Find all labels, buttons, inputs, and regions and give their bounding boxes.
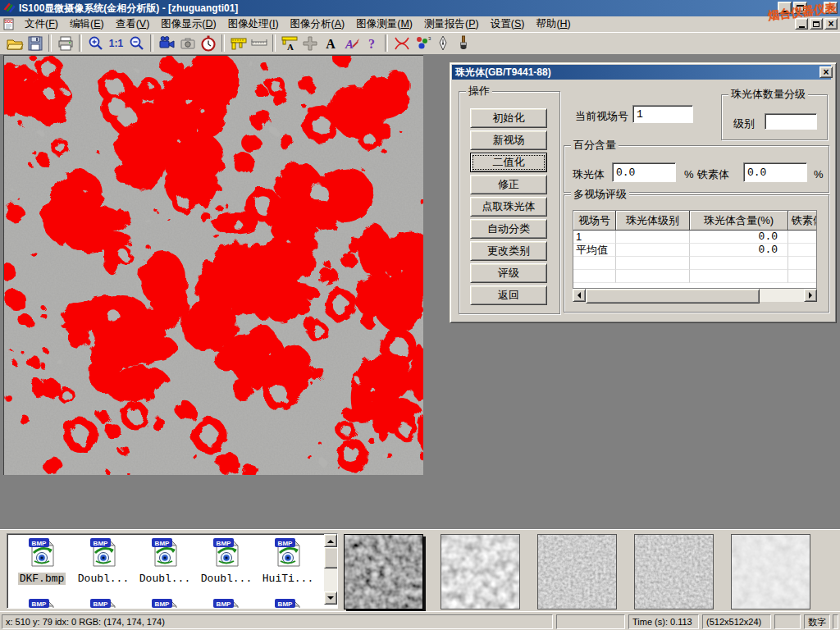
classify-icon[interactable]: 3: [412, 34, 432, 53]
zoom-in-icon[interactable]: [85, 34, 106, 53]
menu-image-display[interactable]: 图像显示(D): [155, 16, 221, 32]
table-header-row: 视场号 珠光体级别 珠光体含量(%) 铁素体含量(%): [573, 211, 816, 231]
file-item[interactable]: [135, 596, 194, 609]
scroll-down-arrow[interactable]: [324, 591, 337, 605]
thumbnail-1[interactable]: [344, 534, 423, 609]
help-icon[interactable]: ?: [361, 34, 381, 53]
save-icon[interactable]: [25, 34, 45, 53]
menu-settings[interactable]: 设置(S): [485, 16, 531, 32]
scroll-right-arrow[interactable]: [804, 289, 817, 302]
menu-view[interactable]: 查看(V): [110, 16, 156, 32]
scroll-thumb[interactable]: [324, 547, 338, 568]
close-icon: ×: [828, 20, 833, 28]
zoom-out-icon[interactable]: [126, 34, 147, 53]
measure-text-icon[interactable]: A: [279, 34, 299, 53]
bmp-file-icon: [89, 536, 117, 567]
table-row[interactable]: [573, 257, 816, 270]
move-icon[interactable]: [299, 34, 320, 53]
toolbar-separator: [150, 34, 153, 52]
stopwatch-icon[interactable]: [198, 34, 218, 53]
percent-sign: %: [684, 168, 694, 180]
thumbnail-2[interactable]: [441, 534, 520, 609]
brush-icon[interactable]: [453, 34, 473, 53]
menu-file[interactable]: 文件(F): [19, 16, 64, 32]
rate-button[interactable]: 评级: [470, 263, 547, 283]
file-item[interactable]: [197, 596, 256, 609]
print-icon[interactable]: [55, 34, 75, 53]
status-blank-3: [833, 614, 838, 629]
bmp-file-icon: [28, 536, 56, 567]
thumbnail-4[interactable]: [634, 534, 714, 609]
menu-image-analysis[interactable]: 图像分析(A): [285, 16, 351, 32]
return-button[interactable]: 返回: [470, 285, 547, 305]
file-item[interactable]: Doubl...: [74, 536, 133, 585]
file-item[interactable]: [12, 596, 71, 609]
bmp-file-icon: [28, 596, 56, 609]
grade-input[interactable]: [765, 113, 817, 130]
scroll-thumb[interactable]: [586, 289, 760, 304]
ferrite-percent-input[interactable]: 0.0: [743, 162, 807, 182]
scroll-left-arrow[interactable]: [573, 289, 586, 302]
pick-pearlite-button[interactable]: 点取珠光体: [470, 197, 547, 217]
document-icon[interactable]: DOC: [2, 17, 16, 31]
status-image-size: (512x512x24): [702, 614, 771, 629]
table-row[interactable]: 1 0.0: [573, 231, 816, 244]
correct-button[interactable]: 修正: [470, 175, 547, 194]
file-item[interactable]: HuiTi...: [258, 536, 317, 585]
pen-icon[interactable]: [432, 34, 453, 53]
file-item[interactable]: [258, 596, 317, 609]
percent-group: 百分含量 珠光体 0.0 % 铁素体 0.0 %: [564, 145, 829, 193]
styled-text-icon[interactable]: A: [340, 34, 361, 53]
file-item[interactable]: [74, 596, 133, 609]
file-list-scrollbar[interactable]: [324, 534, 337, 605]
file-item[interactable]: Doubl...: [135, 536, 194, 585]
grade-label: 级别: [733, 116, 755, 131]
scroll-track[interactable]: [760, 289, 804, 302]
pearlite-percent-input[interactable]: 0.0: [612, 162, 676, 182]
open-icon[interactable]: [4, 34, 25, 53]
dialog-close-button[interactable]: ×: [819, 66, 833, 78]
rating-table[interactable]: 视场号 珠光体级别 珠光体含量(%) 铁素体含量(%) 1 0.0 平均值 0.…: [573, 210, 817, 289]
text-icon[interactable]: A: [320, 34, 340, 53]
current-field-input[interactable]: 1: [632, 105, 693, 123]
menu-image-processing[interactable]: 图像处理(I): [222, 16, 285, 32]
dialog-title-bar[interactable]: 珠光体(GB/T9441-88): [452, 65, 831, 80]
mdi-restore-button[interactable]: [810, 18, 823, 30]
percent-sign: %: [814, 168, 824, 180]
ferrite-label: 铁素体: [697, 167, 729, 182]
scroll-up-arrow[interactable]: [324, 534, 337, 547]
menu-help[interactable]: 帮助(H): [530, 16, 576, 32]
table-hscrollbar[interactable]: [573, 289, 817, 302]
metallograph-image[interactable]: [3, 55, 423, 475]
thumbnail-5[interactable]: [731, 534, 810, 609]
svg-text:A: A: [287, 42, 294, 52]
file-item[interactable]: Doubl...: [197, 536, 256, 585]
camera-icon[interactable]: [177, 34, 198, 53]
actual-size-icon[interactable]: 1:1: [106, 34, 126, 53]
new-field-button[interactable]: 新视场: [470, 130, 547, 150]
minimize-icon: [799, 26, 805, 28]
menu-image-measure[interactable]: 图像测量(M): [350, 16, 418, 32]
bmp-file-icon: [212, 596, 240, 609]
table-row[interactable]: [573, 270, 816, 283]
ruler-icon[interactable]: [249, 34, 269, 53]
initialize-button[interactable]: 初始化: [470, 108, 547, 128]
mdi-close-button[interactable]: ×: [824, 18, 838, 30]
toolbar-separator: [272, 34, 276, 52]
thumbnail-3[interactable]: [537, 534, 617, 609]
auto-classify-button[interactable]: 自动分类: [470, 219, 547, 239]
menu-report[interactable]: 测量报告(P): [418, 16, 485, 32]
table-row[interactable]: 平均值 0.0: [573, 244, 816, 257]
caliper-icon[interactable]: [228, 34, 249, 53]
toolbar-separator: [79, 34, 82, 52]
video-camera-icon[interactable]: [157, 34, 177, 53]
file-item[interactable]: DKF.bmp: [12, 536, 71, 585]
curve-tool-icon[interactable]: [391, 34, 412, 53]
toolbar-separator: [385, 34, 388, 52]
menu-edit[interactable]: 编辑(E): [64, 16, 110, 32]
change-class-button[interactable]: 更改类别: [470, 241, 547, 261]
binarize-button[interactable]: 二值化: [470, 153, 547, 172]
file-list[interactable]: DKF.bmp Doubl... Doubl... Doubl... HuiTi…: [7, 533, 338, 609]
current-field-label: 当前视场号: [575, 109, 628, 124]
bmp-file-icon: [274, 596, 302, 609]
